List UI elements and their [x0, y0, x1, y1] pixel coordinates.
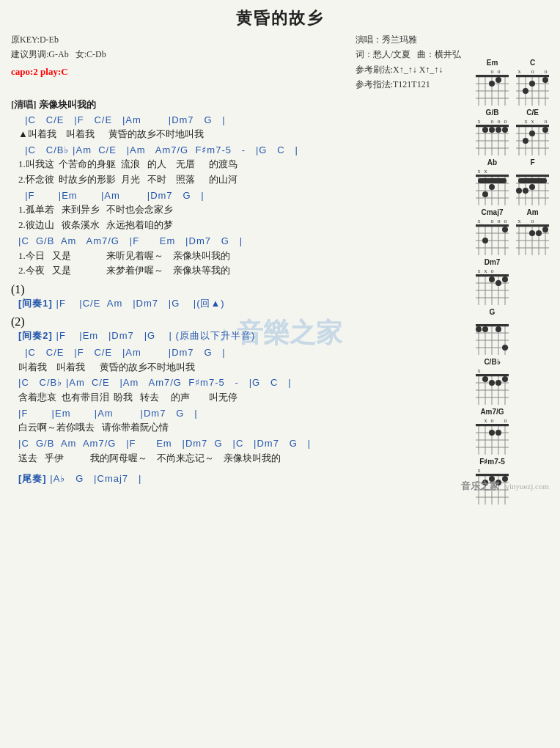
svg-point-119 — [482, 326, 488, 332]
svg-point-71 — [529, 184, 535, 190]
svg-point-32 — [502, 127, 508, 133]
interlude2: [间奏2] |F |Em |Dm7 |G | (原曲以下升半音) — [11, 329, 461, 343]
interlude1: [间奏1] |F |C/E Am |Dm7 |G |(回▲) — [11, 296, 461, 311]
diagram-row-4: Cmaj7 x o o o — [474, 208, 554, 258]
svg-point-107 — [495, 280, 501, 286]
meta-right: 演唱：秀兰玛雅 词：愁人/文夏 曲：横井弘 参考刷法:X↑_↑↓ X↑_↑↓ 参… — [355, 32, 461, 92]
svg-point-10 — [489, 81, 495, 87]
svg-point-144 — [495, 430, 501, 436]
capo-line: capo:2 play:C — [11, 62, 106, 80]
meta-section: 原KEY:D-Eb 建议男调:G-Ab 女:C-Db capo:2 play:C… — [11, 32, 549, 92]
am7g-svg: 2 — [476, 425, 509, 455]
c-svg — [516, 76, 549, 106]
diagram-row-5: Dm7 x x o — [474, 258, 554, 308]
svg-point-133 — [489, 380, 495, 386]
svg-point-20 — [542, 77, 548, 83]
chord-am: Am x o — [516, 208, 549, 254]
song-title: 黄昏的故乡 — [11, 7, 549, 29]
f-svg — [516, 176, 549, 205]
verse5-chords: |C C/E |F C/E |Am |Dm7 G | 叫着我 叫着我 黄昏的故乡… — [11, 345, 461, 375]
svg-point-134 — [482, 376, 488, 382]
svg-point-95 — [536, 230, 542, 236]
diagram-row-1: Em o o — [474, 59, 554, 109]
chord-am7g: Am7/G x o o — [476, 408, 509, 453]
chord-diagrams: Em o o — [474, 59, 554, 507]
diagram-row-2: G/B x o o o — [474, 109, 554, 158]
chord-cbb: C/B♭ x — [476, 358, 509, 403]
chord-em: Em o o — [476, 59, 509, 104]
verse3-chords: |F |Em |Am |Dm7 G | 1.孤单若 来到异乡 不时也会念家乡 2… — [11, 188, 461, 233]
composer: 曲：横井弘 — [417, 49, 461, 59]
chord-c: C x o o — [516, 59, 549, 104]
svg-point-96 — [529, 230, 535, 236]
chord-gb: G/B x o o o — [476, 109, 509, 154]
chord-cmaj7: Cmaj7 x o o o — [476, 208, 509, 254]
strum-pattern: 参考刷法:X↑_↑↓ X↑_↑↓ — [355, 62, 461, 77]
verse4-chords: |C G/B Am Am7/G |F Em |Dm7 G | 1.今日 又是 来… — [11, 234, 461, 279]
suggested-male: 建议男调:G-Ab — [11, 49, 69, 59]
original-key: 原KEY:D-Eb — [11, 32, 106, 47]
svg-point-33 — [495, 127, 501, 133]
verse6-chords: |C C/B♭ |Am C/E |Am Am7/G F♯m7-5 - |G C … — [11, 375, 461, 405]
svg-point-84 — [482, 238, 488, 243]
chord-g: G — [476, 308, 509, 353]
cmaj7-svg — [476, 226, 509, 255]
svg-point-72 — [523, 188, 528, 194]
diagram-row-7: C/B♭ x — [474, 358, 554, 408]
main-content: [清唱] 亲像块叫我的 |C C/E |F C/E |Am |Dm7 G | ▲… — [11, 98, 461, 486]
diagram-row-8: Am7/G x o o — [474, 408, 554, 458]
svg-point-83 — [502, 227, 508, 232]
g-svg — [476, 326, 509, 355]
svg-point-118 — [476, 326, 482, 332]
footer-logo: 音乐之家 — [461, 480, 499, 493]
diagram-row-6: G — [474, 308, 554, 358]
svg-point-59 — [482, 191, 488, 197]
am-svg — [516, 226, 549, 255]
chord-dm7: Dm7 x x o — [476, 258, 509, 304]
svg-point-73 — [516, 188, 522, 194]
svg-point-131 — [502, 376, 508, 382]
svg-point-45 — [542, 127, 548, 133]
svg-point-35 — [482, 127, 488, 133]
dm7-svg — [476, 276, 509, 305]
interlude2-label-text: (2) — [11, 315, 461, 329]
svg-point-46 — [529, 131, 535, 136]
ab-svg: 4 — [476, 176, 509, 205]
footer: 音乐之家 yinyuezj.com — [461, 480, 549, 493]
svg-point-121 — [502, 345, 508, 351]
svg-rect-57 — [478, 178, 506, 183]
verse8-chords: |C G/B Am Am7/G |F Em |Dm7 G |C |Dm7 G |… — [11, 436, 461, 466]
svg-rect-70 — [518, 178, 547, 183]
svg-point-34 — [489, 127, 495, 133]
verse1-chords: |C C/E |F C/E |Am |Dm7 G | ▲叫着我 叫着我 黄昏的故… — [11, 113, 461, 142]
interlude1-label-text: (1) — [11, 283, 461, 296]
lyricist: 词：愁人/文夏 — [355, 49, 410, 59]
svg-point-22 — [523, 88, 528, 94]
em-svg — [476, 76, 509, 106]
svg-point-120 — [495, 326, 501, 332]
page: 黄昏的故乡 原KEY:D-Eb 建议男调:G-Ab 女:C-Db capo:2 … — [0, 0, 560, 502]
diagram-row-3: Ab x x — [474, 158, 554, 208]
chord-ab: Ab x x — [476, 158, 509, 204]
footer-url: yinyuezj.com — [505, 482, 549, 491]
gb-svg — [476, 126, 509, 155]
svg-point-145 — [489, 430, 495, 436]
lyricist-composer: 词：愁人/文夏 曲：横井弘 — [355, 47, 461, 62]
svg-point-106 — [502, 276, 508, 282]
svg-point-58 — [489, 184, 495, 190]
svg-point-94 — [542, 227, 548, 232]
svg-point-21 — [529, 81, 535, 87]
performer: 演唱：秀兰玛雅 — [355, 32, 461, 47]
outro: [尾奏] |A♭ G |Cmaj7 | — [11, 472, 461, 486]
ce-svg — [516, 126, 549, 155]
pick-pattern: 参考指法:T121T121 — [355, 77, 461, 92]
svg-point-47 — [523, 138, 528, 144]
svg-point-108 — [489, 276, 495, 282]
section-qingchang: [清唱] 亲像块叫我的 — [11, 98, 461, 111]
cbb-svg — [476, 375, 509, 405]
suggested-female: 女:C-Db — [75, 49, 106, 59]
meta-left: 原KEY:D-Eb 建议男调:G-Ab 女:C-Db capo:2 play:C — [11, 32, 106, 80]
chord-ce: C/E x x o — [516, 109, 549, 154]
verse7-chords: |F |Em |Am |Dm7 G | 白云啊～若你哦去 请你带着阮心情 — [11, 406, 461, 436]
svg-point-9 — [495, 77, 501, 83]
